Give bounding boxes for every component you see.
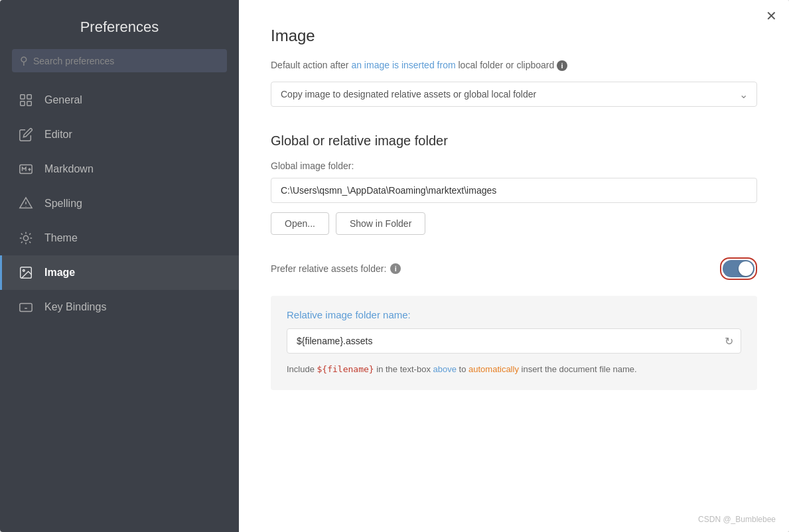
sidebar-item-label: Spelling xyxy=(44,198,82,210)
subsection-title: Global or relative image folder xyxy=(271,127,757,149)
sidebar-item-label: Markdown xyxy=(44,163,94,175)
main-content: ✕ Image Default action after an image is… xyxy=(239,0,789,532)
hint-text: Include ${filename} in the text-box abov… xyxy=(287,363,741,377)
markdown-icon xyxy=(18,161,34,177)
relative-folder-input[interactable] xyxy=(287,328,741,354)
watermark: CSDN @_Bumblebee xyxy=(698,515,776,524)
grid-icon xyxy=(18,92,34,108)
search-bar[interactable]: ⚲ xyxy=(12,49,227,72)
hint-in: in the text-box xyxy=(374,364,433,374)
image-icon xyxy=(18,265,34,281)
page-title: Image xyxy=(271,27,757,45)
global-folder-input[interactable] xyxy=(271,178,757,203)
relative-folder-input-wrapper: ↻ xyxy=(287,328,741,354)
relative-folder-title: Relative image folder name: xyxy=(287,309,741,320)
sidebar-title: Preferences xyxy=(0,0,239,49)
svg-rect-0 xyxy=(21,95,25,99)
show-in-folder-button[interactable]: Show in Folder xyxy=(336,212,425,235)
preferences-dialog: Preferences ⚲ General Editor xyxy=(0,0,789,532)
svg-rect-8 xyxy=(20,304,32,312)
svg-rect-3 xyxy=(27,101,31,105)
sidebar-item-theme[interactable]: Theme xyxy=(0,221,239,255)
folder-actions: Open... Show in Folder xyxy=(271,212,757,235)
svg-point-5 xyxy=(23,235,28,240)
sidebar-item-editor[interactable]: Editor xyxy=(0,117,239,152)
hint-to: to xyxy=(457,364,468,374)
default-action-text-after: local folder or clipboard xyxy=(456,60,557,70)
sidebar-item-label: General xyxy=(44,94,82,106)
relative-folder-box: Relative image folder name: ↻ Include ${… xyxy=(271,296,757,390)
nav-list: General Editor Markdown Sp xyxy=(0,83,239,324)
theme-icon xyxy=(18,230,34,246)
hint-code: ${filename} xyxy=(317,364,374,374)
sidebar-item-label: Theme xyxy=(44,232,78,244)
svg-point-7 xyxy=(23,269,25,271)
hint-above: above xyxy=(433,364,457,374)
default-action-text-blue: an image is inserted from xyxy=(351,60,455,70)
default-action-dropdown-wrapper: Copy image to designated relative assets… xyxy=(271,82,757,107)
sidebar: Preferences ⚲ General Editor xyxy=(0,0,239,532)
close-button[interactable]: ✕ xyxy=(766,9,777,23)
info-icon-prefer-relative[interactable]: i xyxy=(390,263,401,274)
sidebar-item-label: Key Bindings xyxy=(44,301,106,313)
default-action-text-before: Default action after xyxy=(271,60,351,70)
default-action-dropdown[interactable]: Copy image to designated relative assets… xyxy=(271,82,757,107)
toggle-thumb xyxy=(739,261,753,276)
global-folder-label: Global image folder: xyxy=(271,161,757,171)
sidebar-item-label: Editor xyxy=(44,129,72,141)
sidebar-item-label: Image xyxy=(44,267,75,279)
prefer-relative-toggle[interactable] xyxy=(723,260,754,277)
prefer-relative-row: Prefer relative assets folder: i xyxy=(271,255,757,283)
sidebar-item-general[interactable]: General xyxy=(0,83,239,117)
sidebar-item-spelling[interactable]: Spelling xyxy=(0,186,239,221)
sidebar-item-keybindings[interactable]: Key Bindings xyxy=(0,290,239,324)
edit-icon xyxy=(18,127,34,143)
refresh-icon: ↻ xyxy=(725,335,733,348)
hint-rest: insert the document file name. xyxy=(519,364,637,374)
keyboard-icon xyxy=(18,299,34,315)
sidebar-item-image[interactable]: Image xyxy=(0,255,239,290)
sidebar-item-markdown[interactable]: Markdown xyxy=(0,152,239,186)
info-icon-default-action[interactable]: i xyxy=(557,60,567,71)
spelling-icon xyxy=(18,196,34,212)
svg-rect-2 xyxy=(21,101,25,105)
open-button[interactable]: Open... xyxy=(271,212,329,235)
hint-include: Include xyxy=(287,364,317,374)
search-icon: ⚲ xyxy=(20,54,28,67)
hint-auto: automatically xyxy=(468,364,519,374)
prefer-relative-label: Prefer relative assets folder: i xyxy=(271,263,401,274)
prefer-relative-toggle-wrapper xyxy=(720,257,757,280)
default-action-description: Default action after an image is inserte… xyxy=(271,58,757,72)
search-input[interactable] xyxy=(33,56,219,66)
svg-rect-1 xyxy=(27,95,31,99)
